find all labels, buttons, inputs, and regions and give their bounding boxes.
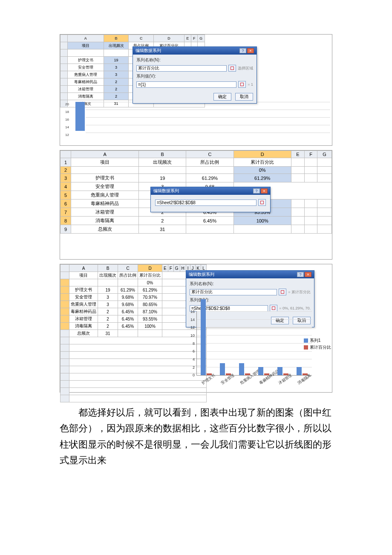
close-button[interactable]: × — [247, 48, 254, 53]
series-name-preview: = 累计百分比 — [288, 289, 311, 295]
cell-header-A[interactable]: 项目 — [68, 42, 104, 49]
ok-button[interactable]: 确定 — [213, 93, 231, 101]
series-name-input[interactable] — [136, 65, 227, 72]
embedded-chart[interactable]: 系列1 累计百分比 16 14 12 10 8 6 4 2 0 护理文书安全管理… — [188, 311, 329, 390]
select-all-corner[interactable] — [61, 151, 71, 158]
col-D[interactable]: D — [154, 35, 184, 42]
screenshot-1: A B C D E F G 项目 出现频次 所占比例 累计百分比 0% 护理文书… — [60, 34, 332, 146]
range-select-icon[interactable] — [279, 289, 286, 295]
close-button[interactable]: × — [261, 188, 268, 194]
spreadsheet-grid-3[interactable]: A B C D E F G H I J K L 项目出现频次所占比例累计百分比 … — [60, 264, 207, 402]
chart1-bar — [75, 102, 85, 131]
screenshot-3: A B C D E F G H I J K L 项目出现频次所占比例累计百分比 … — [60, 264, 332, 393]
explanation-paragraph: 都选择好以后，就可以看到，图表中出现了新的图案（图中红色部分），因为跟原来的数据… — [60, 405, 332, 468]
cell-header-B[interactable]: 出现频次 — [104, 42, 129, 49]
range-select-icon[interactable] — [258, 199, 266, 206]
series-name-preview: 选择区域 — [238, 66, 253, 71]
series-value-input[interactable] — [136, 81, 236, 88]
chart-bars: 护理文书安全管理危重病人管理毒麻精神药品冰箱管理消毒隔离 — [196, 311, 311, 375]
col-C[interactable]: C — [129, 35, 154, 42]
col-A[interactable]: A — [68, 35, 104, 42]
series-name-label: 系列名称(N): — [136, 57, 161, 63]
series-name-input[interactable] — [190, 289, 277, 295]
cell[interactable]: 护理文书 — [68, 57, 104, 64]
help-button[interactable]: ? — [253, 188, 260, 194]
series-value-input[interactable] — [155, 199, 257, 206]
dialog-title: 编辑数据系列 — [135, 48, 161, 54]
chart1-yaxis: 20 18 16 14 12 — [65, 101, 69, 139]
range-select-icon[interactable] — [238, 81, 246, 88]
series-value-preview: = 1 — [248, 82, 253, 87]
dialog-title: 编辑数据系列 — [153, 188, 179, 194]
select-all-corner[interactable] — [61, 35, 68, 42]
close-button[interactable]: × — [305, 272, 311, 277]
dialog-title: 编辑数据系列 — [189, 272, 214, 278]
edit-series-dialog-1[interactable]: 编辑数据系列 ? × 系列名称(N): 选择区域 系列值(V): = 1 — [133, 46, 257, 104]
col-E[interactable]: E — [184, 35, 191, 42]
range-select-icon[interactable] — [270, 305, 277, 312]
series-name-label: 系列名称(N): — [190, 281, 214, 287]
series-value-label: 系列值(V): — [190, 297, 209, 303]
col-G[interactable]: G — [197, 35, 205, 42]
edit-series-dialog-2[interactable]: 编辑数据系列 ? × — [150, 187, 271, 212]
series-value-label: 系列值(V): — [136, 73, 156, 79]
help-button[interactable]: ? — [239, 48, 246, 53]
series-value-preview: = 0%, 61.29%, 70. — [279, 306, 311, 310]
col-B[interactable]: B — [104, 35, 129, 42]
cancel-button[interactable]: 取消 — [235, 93, 253, 101]
range-select-icon[interactable] — [228, 65, 236, 72]
col-F[interactable]: F — [191, 35, 197, 42]
help-button[interactable]: ? — [297, 272, 304, 277]
screenshot-2: A B C D E F G 1项目出现频次所占比例累计百分比 20% 3护理文书… — [60, 150, 332, 260]
